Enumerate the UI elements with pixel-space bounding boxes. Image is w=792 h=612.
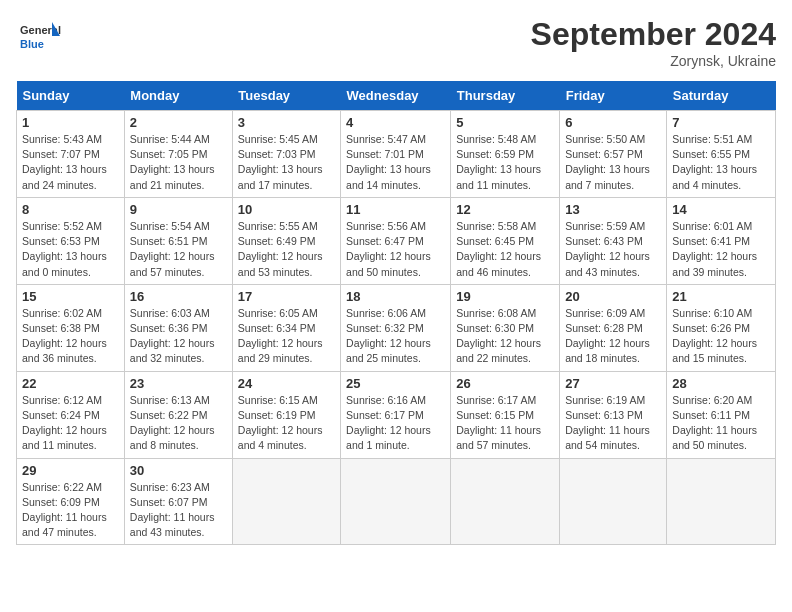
day-number: 29 bbox=[22, 463, 119, 478]
title-block: September 2024 Zorynsk, Ukraine bbox=[531, 16, 776, 69]
day-info: Sunrise: 6:17 AMSunset: 6:15 PMDaylight:… bbox=[456, 393, 554, 454]
calendar-cell: 18 Sunrise: 6:06 AMSunset: 6:32 PMDaylig… bbox=[341, 284, 451, 371]
day-number: 22 bbox=[22, 376, 119, 391]
day-info: Sunrise: 5:58 AMSunset: 6:45 PMDaylight:… bbox=[456, 219, 554, 280]
header-wednesday: Wednesday bbox=[341, 81, 451, 111]
day-number: 9 bbox=[130, 202, 227, 217]
day-number: 6 bbox=[565, 115, 661, 130]
day-info: Sunrise: 5:44 AMSunset: 7:05 PMDaylight:… bbox=[130, 132, 227, 193]
day-number: 8 bbox=[22, 202, 119, 217]
header-thursday: Thursday bbox=[451, 81, 560, 111]
calendar-cell: 2 Sunrise: 5:44 AMSunset: 7:05 PMDayligh… bbox=[124, 111, 232, 198]
calendar-cell: 30 Sunrise: 6:23 AMSunset: 6:07 PMDaylig… bbox=[124, 458, 232, 545]
calendar-cell bbox=[451, 458, 560, 545]
week-row-5: 29 Sunrise: 6:22 AMSunset: 6:09 PMDaylig… bbox=[17, 458, 776, 545]
day-number: 3 bbox=[238, 115, 335, 130]
day-number: 16 bbox=[130, 289, 227, 304]
calendar-table: SundayMondayTuesdayWednesdayThursdayFrid… bbox=[16, 81, 776, 545]
calendar-cell: 28 Sunrise: 6:20 AMSunset: 6:11 PMDaylig… bbox=[667, 371, 776, 458]
day-info: Sunrise: 5:56 AMSunset: 6:47 PMDaylight:… bbox=[346, 219, 445, 280]
week-row-4: 22 Sunrise: 6:12 AMSunset: 6:24 PMDaylig… bbox=[17, 371, 776, 458]
day-number: 4 bbox=[346, 115, 445, 130]
day-number: 15 bbox=[22, 289, 119, 304]
calendar-cell: 9 Sunrise: 5:54 AMSunset: 6:51 PMDayligh… bbox=[124, 197, 232, 284]
calendar-cell: 21 Sunrise: 6:10 AMSunset: 6:26 PMDaylig… bbox=[667, 284, 776, 371]
calendar-cell bbox=[232, 458, 340, 545]
calendar-cell: 5 Sunrise: 5:48 AMSunset: 6:59 PMDayligh… bbox=[451, 111, 560, 198]
day-number: 30 bbox=[130, 463, 227, 478]
calendar-cell: 26 Sunrise: 6:17 AMSunset: 6:15 PMDaylig… bbox=[451, 371, 560, 458]
header-monday: Monday bbox=[124, 81, 232, 111]
day-number: 23 bbox=[130, 376, 227, 391]
day-info: Sunrise: 5:45 AMSunset: 7:03 PMDaylight:… bbox=[238, 132, 335, 193]
day-info: Sunrise: 6:10 AMSunset: 6:26 PMDaylight:… bbox=[672, 306, 770, 367]
calendar-cell: 17 Sunrise: 6:05 AMSunset: 6:34 PMDaylig… bbox=[232, 284, 340, 371]
day-number: 18 bbox=[346, 289, 445, 304]
logo-svg: General Blue bbox=[16, 16, 66, 60]
day-info: Sunrise: 5:51 AMSunset: 6:55 PMDaylight:… bbox=[672, 132, 770, 193]
svg-text:Blue: Blue bbox=[20, 38, 44, 50]
day-number: 13 bbox=[565, 202, 661, 217]
day-info: Sunrise: 6:05 AMSunset: 6:34 PMDaylight:… bbox=[238, 306, 335, 367]
day-info: Sunrise: 5:59 AMSunset: 6:43 PMDaylight:… bbox=[565, 219, 661, 280]
logo: General Blue bbox=[16, 16, 66, 60]
day-info: Sunrise: 6:19 AMSunset: 6:13 PMDaylight:… bbox=[565, 393, 661, 454]
day-number: 25 bbox=[346, 376, 445, 391]
week-row-1: 1 Sunrise: 5:43 AMSunset: 7:07 PMDayligh… bbox=[17, 111, 776, 198]
calendar-cell: 4 Sunrise: 5:47 AMSunset: 7:01 PMDayligh… bbox=[341, 111, 451, 198]
day-number: 17 bbox=[238, 289, 335, 304]
day-info: Sunrise: 5:50 AMSunset: 6:57 PMDaylight:… bbox=[565, 132, 661, 193]
day-info: Sunrise: 6:16 AMSunset: 6:17 PMDaylight:… bbox=[346, 393, 445, 454]
day-info: Sunrise: 6:23 AMSunset: 6:07 PMDaylight:… bbox=[130, 480, 227, 541]
calendar-cell: 7 Sunrise: 5:51 AMSunset: 6:55 PMDayligh… bbox=[667, 111, 776, 198]
day-number: 27 bbox=[565, 376, 661, 391]
day-number: 10 bbox=[238, 202, 335, 217]
day-number: 21 bbox=[672, 289, 770, 304]
calendar-cell: 16 Sunrise: 6:03 AMSunset: 6:36 PMDaylig… bbox=[124, 284, 232, 371]
day-info: Sunrise: 6:13 AMSunset: 6:22 PMDaylight:… bbox=[130, 393, 227, 454]
header-saturday: Saturday bbox=[667, 81, 776, 111]
calendar-cell: 27 Sunrise: 6:19 AMSunset: 6:13 PMDaylig… bbox=[560, 371, 667, 458]
calendar-cell: 11 Sunrise: 5:56 AMSunset: 6:47 PMDaylig… bbox=[341, 197, 451, 284]
day-number: 1 bbox=[22, 115, 119, 130]
page-header: General Blue September 2024 Zorynsk, Ukr… bbox=[16, 16, 776, 69]
day-number: 2 bbox=[130, 115, 227, 130]
day-info: Sunrise: 5:54 AMSunset: 6:51 PMDaylight:… bbox=[130, 219, 227, 280]
day-info: Sunrise: 6:02 AMSunset: 6:38 PMDaylight:… bbox=[22, 306, 119, 367]
header-sunday: Sunday bbox=[17, 81, 125, 111]
day-number: 24 bbox=[238, 376, 335, 391]
month-title: September 2024 bbox=[531, 16, 776, 53]
calendar-cell: 8 Sunrise: 5:52 AMSunset: 6:53 PMDayligh… bbox=[17, 197, 125, 284]
calendar-cell: 24 Sunrise: 6:15 AMSunset: 6:19 PMDaylig… bbox=[232, 371, 340, 458]
day-number: 7 bbox=[672, 115, 770, 130]
day-info: Sunrise: 5:43 AMSunset: 7:07 PMDaylight:… bbox=[22, 132, 119, 193]
day-number: 26 bbox=[456, 376, 554, 391]
day-number: 14 bbox=[672, 202, 770, 217]
day-info: Sunrise: 6:08 AMSunset: 6:30 PMDaylight:… bbox=[456, 306, 554, 367]
calendar-cell bbox=[560, 458, 667, 545]
calendar-cell: 20 Sunrise: 6:09 AMSunset: 6:28 PMDaylig… bbox=[560, 284, 667, 371]
day-info: Sunrise: 6:22 AMSunset: 6:09 PMDaylight:… bbox=[22, 480, 119, 541]
day-info: Sunrise: 6:01 AMSunset: 6:41 PMDaylight:… bbox=[672, 219, 770, 280]
calendar-cell: 1 Sunrise: 5:43 AMSunset: 7:07 PMDayligh… bbox=[17, 111, 125, 198]
day-info: Sunrise: 6:12 AMSunset: 6:24 PMDaylight:… bbox=[22, 393, 119, 454]
calendar-cell: 12 Sunrise: 5:58 AMSunset: 6:45 PMDaylig… bbox=[451, 197, 560, 284]
header-row: SundayMondayTuesdayWednesdayThursdayFrid… bbox=[17, 81, 776, 111]
day-info: Sunrise: 6:03 AMSunset: 6:36 PMDaylight:… bbox=[130, 306, 227, 367]
day-info: Sunrise: 6:06 AMSunset: 6:32 PMDaylight:… bbox=[346, 306, 445, 367]
day-info: Sunrise: 6:09 AMSunset: 6:28 PMDaylight:… bbox=[565, 306, 661, 367]
day-info: Sunrise: 6:15 AMSunset: 6:19 PMDaylight:… bbox=[238, 393, 335, 454]
day-number: 11 bbox=[346, 202, 445, 217]
calendar-cell: 25 Sunrise: 6:16 AMSunset: 6:17 PMDaylig… bbox=[341, 371, 451, 458]
calendar-cell: 19 Sunrise: 6:08 AMSunset: 6:30 PMDaylig… bbox=[451, 284, 560, 371]
day-info: Sunrise: 5:55 AMSunset: 6:49 PMDaylight:… bbox=[238, 219, 335, 280]
calendar-cell: 6 Sunrise: 5:50 AMSunset: 6:57 PMDayligh… bbox=[560, 111, 667, 198]
day-number: 28 bbox=[672, 376, 770, 391]
calendar-cell: 29 Sunrise: 6:22 AMSunset: 6:09 PMDaylig… bbox=[17, 458, 125, 545]
calendar-cell bbox=[667, 458, 776, 545]
calendar-cell bbox=[341, 458, 451, 545]
calendar-cell: 15 Sunrise: 6:02 AMSunset: 6:38 PMDaylig… bbox=[17, 284, 125, 371]
week-row-2: 8 Sunrise: 5:52 AMSunset: 6:53 PMDayligh… bbox=[17, 197, 776, 284]
week-row-3: 15 Sunrise: 6:02 AMSunset: 6:38 PMDaylig… bbox=[17, 284, 776, 371]
day-number: 20 bbox=[565, 289, 661, 304]
